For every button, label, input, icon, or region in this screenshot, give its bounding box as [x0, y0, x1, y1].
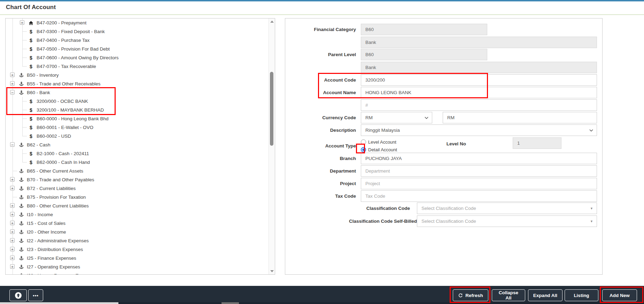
- tree-item[interactable]: $B47-0500 - Provision For Bad Debt: [8, 45, 268, 53]
- collapse-all-button[interactable]: Collapse All: [492, 289, 525, 301]
- tree-item[interactable]: +I22 - Administrative Expenses: [8, 236, 268, 245]
- tree-item[interactable]: +B55 - Trade and Other Receivables: [8, 79, 268, 88]
- tree-item-label: B65 - Other Current Assets: [27, 168, 83, 174]
- tree-item[interactable]: +I15 - Cost of Sales: [8, 219, 268, 228]
- tree-item-label: B60-0000 - Hong Leong Bank Bhd: [37, 116, 108, 121]
- tree-connector: [18, 62, 28, 71]
- listing-button[interactable]: Listing: [565, 289, 598, 301]
- tree-item[interactable]: +B50 - Inventory: [8, 71, 268, 79]
- tree-item[interactable]: $B47-0300 - Fixed Deposit - Bank: [8, 27, 268, 36]
- classification-code-self-billed-select[interactable]: Select Classification Code ▼: [417, 215, 597, 227]
- tree-item[interactable]: I28 - Human Resource Expenses: [8, 271, 268, 274]
- tree-item[interactable]: $B60-0000 - Hong Leong Bank Bhd: [8, 114, 268, 123]
- tree-connector: [8, 123, 18, 132]
- tree-item[interactable]: +B70 - Trade and Other Payables: [8, 175, 268, 184]
- dollar-icon: $: [28, 107, 34, 113]
- branch-input[interactable]: [361, 153, 597, 164]
- project-input[interactable]: [361, 178, 597, 189]
- tree-item[interactable]: −B60 - Bank: [8, 88, 268, 97]
- classification-code-select[interactable]: Select Classification Code ▼: [417, 203, 597, 214]
- tree-connector: [18, 114, 28, 123]
- detail-account-label: Detail Account: [368, 147, 397, 152]
- tree-connector: [8, 114, 18, 123]
- add-new-button[interactable]: Add New: [602, 289, 637, 301]
- tree-item-label: I28 - Human Resource Expenses: [27, 273, 96, 274]
- tree-scrollbar-thumb[interactable]: [270, 72, 273, 146]
- page-horizontal-scrollbar[interactable]: [0, 302, 644, 304]
- department-input[interactable]: [361, 165, 597, 177]
- collapse-icon[interactable]: −: [10, 90, 15, 94]
- tree-connector: [18, 123, 28, 132]
- tree-item[interactable]: +I20 - Other Income: [8, 228, 268, 236]
- parent-level-code-field: B60: [361, 49, 487, 60]
- expand-icon[interactable]: +: [10, 221, 15, 225]
- tree-item[interactable]: +I27 - Operating Expenses: [8, 263, 268, 271]
- currency-code-select[interactable]: RM: [361, 112, 432, 123]
- sub-code-input[interactable]: [361, 99, 597, 111]
- expand-icon[interactable]: +: [10, 238, 15, 243]
- expand-icon[interactable]: +: [10, 247, 15, 251]
- level-account-label: Level Account: [368, 139, 396, 145]
- expand-icon[interactable]: +: [10, 81, 15, 86]
- expand-icon[interactable]: +: [10, 212, 15, 216]
- account-name-input[interactable]: [361, 87, 597, 98]
- tree-connector: [8, 27, 18, 36]
- branch-label: Branch: [290, 156, 356, 161]
- expand-icon[interactable]: +: [10, 203, 15, 208]
- tree-connector: +: [18, 18, 28, 27]
- expand-all-button[interactable]: Expand All: [528, 289, 562, 301]
- tree-item[interactable]: $3200/000 - OCBC BANK: [8, 97, 268, 106]
- refresh-button[interactable]: Refresh: [453, 289, 488, 301]
- account-type-level-option[interactable]: Level Account: [361, 139, 396, 145]
- tree-item[interactable]: $B47-0600 - Amount Owing By Directors: [8, 53, 268, 62]
- tree-item-label: B60-0002 - USD: [37, 134, 71, 139]
- tree-item[interactable]: −B62 - Cash: [8, 140, 268, 149]
- tree-connector: [18, 132, 28, 140]
- expand-icon[interactable]: +: [10, 186, 15, 190]
- tree-item[interactable]: $B60-0002 - USD: [8, 132, 268, 140]
- account-name-label: Account Name: [290, 90, 356, 95]
- tree-scrollbar[interactable]: [269, 18, 275, 274]
- classification-code-self-billed-placeholder: Select Classification Code: [421, 219, 476, 224]
- tax-code-input[interactable]: [361, 190, 597, 202]
- tree-item[interactable]: B65 - Other Current Assets: [8, 167, 268, 175]
- radio-unchecked-icon[interactable]: [361, 139, 366, 145]
- tree-item[interactable]: $3200/100 - MAYBANK BERHAD: [8, 106, 268, 114]
- account-tree-panel: +B47-0200 - Prepayment$B47-0300 - Fixed …: [5, 18, 275, 275]
- currency-text-input[interactable]: [443, 112, 597, 123]
- tree-item[interactable]: +B47-0200 - Prepayment: [8, 18, 268, 27]
- expand-icon[interactable]: +: [20, 20, 24, 25]
- scroll-up-icon[interactable]: [270, 21, 274, 23]
- tree-connector: [18, 36, 28, 45]
- expand-icon[interactable]: +: [10, 264, 15, 269]
- description-label: Description: [290, 128, 356, 133]
- parent-level-name-field: Bank: [361, 62, 597, 73]
- collapse-icon[interactable]: −: [10, 142, 15, 147]
- tree-item[interactable]: +B72 - Current Liabilities: [8, 184, 268, 193]
- tree-item[interactable]: +B80 - Other Current Liabilities: [8, 202, 268, 210]
- tree-item[interactable]: $B2-1000 - Cash - 202411: [8, 149, 268, 158]
- account-code-input[interactable]: [361, 74, 597, 86]
- expand-icon[interactable]: +: [10, 73, 15, 77]
- radio-checked-icon[interactable]: [361, 147, 366, 152]
- tree-item[interactable]: $B60-0001 - E-Wallet - OVO: [8, 123, 268, 132]
- scroll-down-icon[interactable]: [270, 270, 274, 272]
- expand-icon[interactable]: +: [10, 256, 15, 260]
- horizontal-scrollbar-thumb[interactable]: [0, 302, 118, 304]
- tree-item[interactable]: +I25 - Finance Expenses: [8, 254, 268, 263]
- scroll-to-top-button[interactable]: [9, 289, 27, 301]
- tree-item[interactable]: $B47-0400 - Purchase Tax: [8, 36, 268, 45]
- tree-item[interactable]: B75 - Provision For Taxation: [8, 193, 268, 202]
- description-select[interactable]: Ringgit Malaysia: [361, 124, 597, 136]
- tree-item[interactable]: $B47-0700 - Tax Recoverable: [8, 62, 268, 71]
- expand-icon[interactable]: +: [10, 229, 15, 234]
- tree-item[interactable]: +I10 - Income: [8, 210, 268, 219]
- account-type-detail-option[interactable]: Detail Account: [361, 146, 397, 153]
- level-no-field: 1: [513, 137, 561, 149]
- tree-connector: +: [8, 245, 18, 254]
- tree-item[interactable]: $B62-0000 - Cash In Hand: [8, 158, 268, 167]
- more-options-button[interactable]: •••: [28, 289, 43, 301]
- tree-item[interactable]: +I23 - Distribution Expenses: [8, 245, 268, 254]
- tree-item-label: I23 - Distribution Expenses: [27, 247, 83, 252]
- expand-icon[interactable]: +: [10, 177, 15, 182]
